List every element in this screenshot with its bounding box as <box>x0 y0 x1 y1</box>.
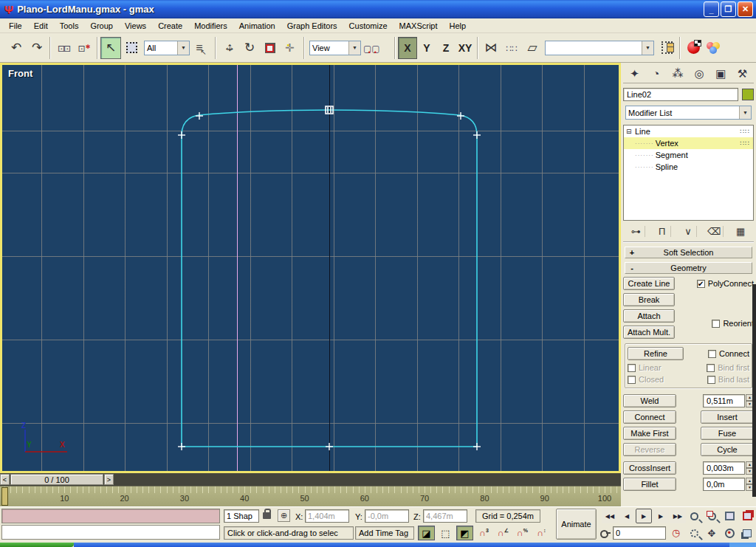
angle-snap-icon[interactable]: ∩∠ <box>495 526 512 540</box>
previous-frame-button[interactable]: ◀ <box>619 509 635 523</box>
menu-group[interactable]: Group <box>84 20 119 32</box>
crossinsert-field[interactable]: 0,003m <box>703 461 745 475</box>
weld-button[interactable]: Weld <box>623 394 676 407</box>
polyconnect-checkbox[interactable]: ✔ PolyConnect <box>697 279 754 288</box>
snap-3d-icon[interactable]: ∩3 <box>475 526 492 540</box>
attach-mult-button[interactable]: Attach Mult. <box>623 326 675 339</box>
x-coordinate-field[interactable]: 1,404m <box>305 509 349 523</box>
tab-display-icon[interactable]: ▣ <box>711 65 731 82</box>
tab-motion-icon[interactable]: ◎ <box>690 65 709 82</box>
named-selection-combo[interactable]: ▼ <box>545 41 654 55</box>
menu-create[interactable]: Create <box>152 20 188 32</box>
go-to-start-button[interactable]: ◀◀ <box>602 509 618 523</box>
tab-hierarchy-icon[interactable]: ⁂ <box>667 65 687 82</box>
stack-item-line[interactable]: ⊟Line∷∷ <box>624 125 753 137</box>
break-button[interactable]: Break <box>623 293 675 306</box>
percent-snap-icon[interactable]: ∩% <box>514 526 531 540</box>
minimize-button[interactable]: _ <box>704 1 719 17</box>
stack-item-spline[interactable]: ·······Spline <box>624 161 753 173</box>
select-object-icon[interactable]: ↖ <box>100 37 121 59</box>
edit-named-selections-icon[interactable] <box>656 37 677 59</box>
make-first-button[interactable]: Make First <box>623 427 676 440</box>
object-color-swatch[interactable] <box>742 89 754 100</box>
time-slider-button[interactable]: 0 / 100 <box>10 474 103 485</box>
select-by-name-icon[interactable] <box>192 37 213 59</box>
zoom-extents-icon[interactable] <box>721 509 738 523</box>
menu-animation[interactable]: Animation <box>233 20 281 32</box>
render-icon[interactable] <box>683 37 704 59</box>
rollout-soft-selection[interactable]: + Soft Selection <box>625 247 752 258</box>
selection-lock-icon[interactable] <box>263 512 271 519</box>
zoom-extents-all-icon[interactable] <box>738 509 756 523</box>
key-mode-icon[interactable] <box>600 529 611 537</box>
next-frame-arrow[interactable]: > <box>104 474 114 485</box>
fuse-button[interactable]: Fuse <box>701 427 754 440</box>
track-bar-handle[interactable] <box>1 487 8 506</box>
track-bar[interactable]: 102030405060708090100 <box>0 486 621 506</box>
object-name-field[interactable]: Line02 <box>623 88 738 101</box>
reverse-button[interactable]: Reverse <box>623 443 676 456</box>
crossinsert-button[interactable]: CrossInsert <box>623 461 676 475</box>
make-unique-icon[interactable]: ∨ <box>679 226 697 237</box>
align-icon[interactable]: ▱ <box>522 37 543 59</box>
modifier-list-dropdown[interactable]: Modifier List ▼ <box>625 106 752 120</box>
pin-stack-icon[interactable]: ⊶ <box>628 226 645 237</box>
tab-modify-icon[interactable]: ◔ <box>646 65 666 82</box>
play-button[interactable]: ▶ <box>636 509 652 523</box>
menu-tools[interactable]: Tools <box>54 20 85 32</box>
start-button-edge[interactable] <box>0 543 74 547</box>
animate-button[interactable]: Animate <box>556 509 597 540</box>
restrict-y-button[interactable]: Y <box>417 37 436 59</box>
selection-region-icon[interactable] <box>121 37 142 59</box>
snap-cube-icon[interactable]: ◪ <box>418 526 435 540</box>
select-and-scale-icon[interactable] <box>260 37 281 59</box>
menu-views[interactable]: Views <box>119 20 152 32</box>
spinner-snap-icon[interactable]: ∩↕ <box>533 526 550 540</box>
insert-button[interactable]: Insert <box>701 410 754 424</box>
weld-threshold-field[interactable]: 0,511m <box>703 394 745 407</box>
front-viewport[interactable]: Z X Y Front <box>2 65 619 471</box>
absolute-mode-icon[interactable]: ⊕ <box>278 509 290 522</box>
redo-icon[interactable]: ↷ <box>27 37 47 59</box>
add-time-tag[interactable]: Add Time Tag <box>355 526 414 540</box>
fillet-button[interactable]: Fillet <box>623 478 676 491</box>
reorient-checkbox[interactable]: Reorient <box>712 319 754 328</box>
min-max-toggle-icon[interactable] <box>738 526 756 540</box>
use-pivot-point-center-icon[interactable] <box>363 37 392 59</box>
menu-modifiers[interactable]: Modifiers <box>188 20 233 32</box>
polyconnect-checkbox-box[interactable]: ✔ <box>697 280 705 288</box>
linear-checkbox[interactable]: Linear <box>628 363 662 372</box>
connect-button[interactable]: Connect <box>623 410 676 424</box>
restrict-x-button[interactable]: X <box>398 37 417 59</box>
next-frame-button[interactable]: ▶ <box>653 509 669 523</box>
reference-coordinate-combo[interactable]: View▼ <box>309 41 361 55</box>
bind-last-checkbox[interactable]: Bind last <box>707 375 749 384</box>
dropdown-arrow-icon[interactable]: ▼ <box>177 41 189 55</box>
bind-first-checkbox[interactable]: Bind first <box>707 363 749 372</box>
go-to-end-button[interactable]: ▶▶ <box>670 509 686 523</box>
zoom-all-icon[interactable] <box>703 509 721 523</box>
dropdown-arrow-icon[interactable]: ▼ <box>348 41 360 55</box>
show-end-result-icon[interactable]: Π <box>653 226 671 237</box>
stack-item-segment[interactable]: ·······Segment <box>624 149 753 161</box>
connect-checkbox[interactable]: Connect <box>708 349 749 358</box>
closed-checkbox[interactable]: Closed <box>628 375 664 384</box>
tab-create-icon[interactable]: ✦ <box>625 65 645 82</box>
unlink-selection-icon[interactable] <box>74 37 94 59</box>
mirror-icon[interactable]: ⋈ <box>481 37 501 59</box>
menu-file[interactable]: File <box>3 20 28 32</box>
select-and-link-icon[interactable] <box>53 37 74 59</box>
select-and-move-icon[interactable] <box>219 37 239 59</box>
stack-item-vertex[interactable]: ·······Vertex∷∷ <box>624 137 753 149</box>
snap-shaded-cube-icon[interactable]: ◩ <box>456 526 473 540</box>
panel-scrollbar[interactable] <box>752 284 756 497</box>
menu-maxscript[interactable]: MAXScript <box>394 20 444 32</box>
line02-spline[interactable] <box>182 110 477 447</box>
tab-utilities-icon[interactable]: ⚒ <box>732 65 752 82</box>
fillet-field[interactable]: 0,0m <box>703 478 745 491</box>
zoom-icon[interactable] <box>685 509 703 523</box>
material-editor-icon[interactable] <box>704 37 724 59</box>
snap-region-cube-icon[interactable]: ⬚ <box>437 526 454 540</box>
configure-modifier-sets-icon[interactable]: ▦ <box>732 226 749 237</box>
select-and-manipulate-icon[interactable] <box>281 37 301 59</box>
